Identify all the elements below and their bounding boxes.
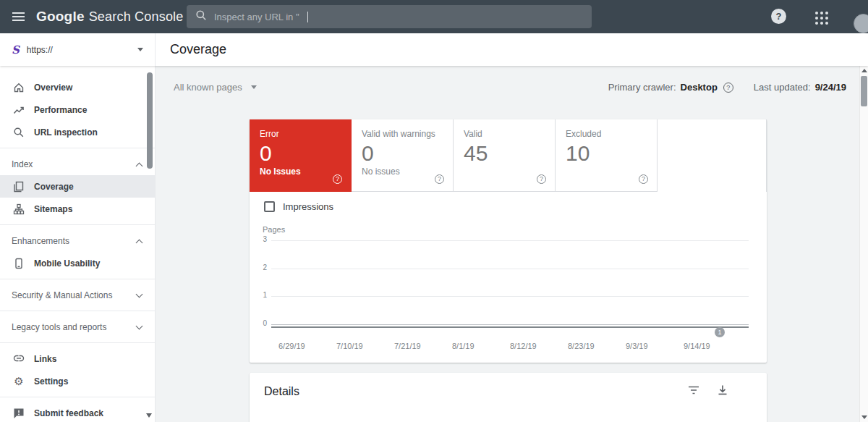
section-label: Enhancements xyxy=(12,236,69,246)
coverage-pages-icon xyxy=(13,181,25,193)
coverage-summary-card: Error 0 No Issues ? Valid with warnings … xyxy=(250,119,767,363)
help-circle-icon[interactable]: ? xyxy=(723,83,733,93)
section-label: Index xyxy=(12,159,33,169)
scope-label: All known pages xyxy=(174,82,242,93)
tile-value: 0 xyxy=(362,141,443,165)
sidebar-item-overview[interactable]: Overview xyxy=(0,76,155,98)
gear-icon: ⚙ xyxy=(13,376,25,387)
sidebar-scrollbar-thumb[interactable] xyxy=(147,72,153,169)
url-inspect-search-input[interactable]: Inspect any URL in " xyxy=(187,5,592,28)
links-chain-icon xyxy=(13,353,25,365)
search-icon xyxy=(195,9,207,24)
scrollbar-thumb[interactable] xyxy=(861,76,867,106)
sidebar-section-legacy-tools[interactable]: Legacy tools and reports xyxy=(0,316,155,338)
y-tick: 3 xyxy=(254,235,267,243)
sidebar-item-label: Performance xyxy=(34,105,87,115)
sidebar-item-submit-feedback[interactable]: Submit feedback xyxy=(0,402,155,422)
property-url: https:// xyxy=(27,45,53,55)
scroll-down-arrow[interactable] xyxy=(861,415,867,419)
toolbar-right: Primary crawler: Desktop ? Last updated:… xyxy=(608,82,846,93)
gridline xyxy=(271,240,749,241)
performance-chart-icon xyxy=(13,104,25,116)
sidebar-item-label: Mobile Usability xyxy=(34,258,100,269)
tile-label: Valid xyxy=(464,129,545,139)
tile-value: 45 xyxy=(464,141,545,165)
sidebar-scroll-down-arrow[interactable] xyxy=(146,413,152,418)
divider xyxy=(0,224,155,225)
chevron-down-icon xyxy=(136,290,143,297)
divider xyxy=(0,342,155,343)
help-circle-icon[interactable]: ? xyxy=(435,174,444,184)
section-label: Legacy tools and reports xyxy=(12,322,106,332)
sidebar: Overview Performance URL inspection Inde… xyxy=(0,66,156,422)
sidebar-item-links[interactable]: Links xyxy=(0,347,155,370)
help-icon[interactable]: ? xyxy=(771,9,786,24)
sidebar-item-sitemaps[interactable]: Sitemaps xyxy=(0,198,155,220)
divider xyxy=(0,397,155,397)
crawler-value: Desktop xyxy=(681,82,718,93)
sidebar-item-coverage[interactable]: Coverage xyxy=(0,175,155,198)
avatar[interactable] xyxy=(854,14,868,33)
sidebar-item-label: Overview xyxy=(34,83,72,93)
details-card: Details xyxy=(250,373,767,422)
sidebar-section-security[interactable]: Security & Manual Actions xyxy=(0,284,155,306)
tile-excluded[interactable]: Excluded 10 ? xyxy=(556,119,658,192)
magnifier-icon xyxy=(13,127,25,138)
chevron-up-icon xyxy=(136,239,143,246)
property-selector[interactable]: S https:// xyxy=(0,33,156,66)
mobile-phone-icon xyxy=(13,258,25,269)
help-circle-icon[interactable]: ? xyxy=(537,174,546,184)
sidebar-item-performance[interactable]: Performance xyxy=(0,98,155,121)
text-cursor xyxy=(307,12,308,22)
sidebar-item-label: URL inspection xyxy=(34,127,98,138)
last-updated-label: Last updated: xyxy=(754,82,811,93)
property-favicon: S xyxy=(12,43,20,56)
x-tick: 9/14/19 xyxy=(684,342,710,350)
section-label: Security & Manual Actions xyxy=(12,290,112,300)
sidebar-item-url-inspection[interactable]: URL inspection xyxy=(0,121,155,143)
gridline xyxy=(271,296,749,297)
checkbox-icon xyxy=(264,201,275,212)
chevron-down-icon xyxy=(136,322,143,329)
sidebar-section-index[interactable]: Index xyxy=(0,153,155,175)
feedback-icon xyxy=(13,408,25,419)
tile-subtext: No issues xyxy=(362,166,443,177)
sitemap-tree-icon xyxy=(13,203,25,215)
tile-error[interactable]: Error 0 No Issues ? xyxy=(250,119,352,192)
download-icon[interactable] xyxy=(716,384,729,397)
apps-grid-icon[interactable] xyxy=(815,12,828,25)
page-title: Coverage xyxy=(170,42,226,57)
tile-value: 0 xyxy=(260,141,341,165)
tile-valid[interactable]: Valid 45 ? xyxy=(454,119,556,192)
sidebar-item-label: Coverage xyxy=(34,182,74,192)
last-updated-value: 9/24/19 xyxy=(815,82,846,93)
hamburger-menu-icon[interactable] xyxy=(0,0,36,33)
gridline xyxy=(271,324,749,325)
gridline xyxy=(271,269,749,269)
sidebar-item-label: Settings xyxy=(34,376,68,387)
details-title: Details xyxy=(264,385,299,398)
page-scope-dropdown[interactable]: All known pages xyxy=(174,82,257,93)
x-tick: 7/10/19 xyxy=(336,342,363,350)
chevron-down-icon xyxy=(137,48,143,51)
sidebar-item-settings[interactable]: ⚙ Settings xyxy=(0,370,155,392)
y-tick: 0 xyxy=(254,319,267,327)
app-logo[interactable]: Google Search Console xyxy=(36,9,184,25)
tile-filler xyxy=(658,119,767,192)
tile-valid-with-warnings[interactable]: Valid with warnings 0 No issues ? xyxy=(352,119,454,192)
divider xyxy=(0,148,155,148)
sidebar-item-mobile-usability[interactable]: Mobile Usability xyxy=(0,252,155,274)
main-scrollbar[interactable] xyxy=(859,66,868,422)
scroll-up-arrow[interactable] xyxy=(861,69,867,72)
sidebar-section-enhancements[interactable]: Enhancements xyxy=(0,229,155,252)
search-placeholder: Inspect any URL in " xyxy=(214,12,299,22)
filter-icon[interactable] xyxy=(687,384,700,397)
impressions-checkbox[interactable]: Impressions xyxy=(264,201,333,212)
main-content: All known pages Primary crawler: Desktop… xyxy=(156,66,868,422)
x-tick: 6/29/19 xyxy=(278,342,305,350)
y-tick: 2 xyxy=(254,263,267,271)
x-tick: 8/23/19 xyxy=(568,342,595,350)
help-circle-icon[interactable]: ? xyxy=(333,174,342,184)
tile-value: 10 xyxy=(566,141,647,165)
help-circle-icon[interactable]: ? xyxy=(639,174,648,184)
